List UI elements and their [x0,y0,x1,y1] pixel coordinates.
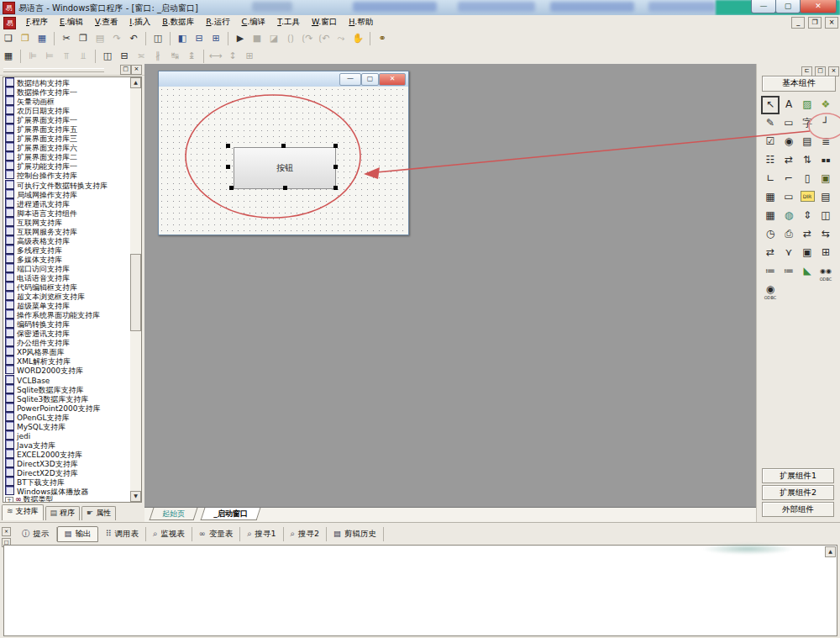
component-date-panel-icon[interactable]: ▦ [761,188,780,207]
component-document-box-icon[interactable]: ▤ [816,188,835,207]
data-types-item[interactable]: +∞数据类型 [3,495,132,503]
library-item[interactable]: PowerPoint2000支持库 [3,403,132,412]
component-dir-box-icon[interactable]: DIR [798,188,816,207]
component-internet-box-icon[interactable]: ◍ [780,207,798,225]
library-item[interactable]: MySQL支持库 [3,421,132,430]
library-item[interactable]: 控制台操作支持库 [3,170,132,179]
library-item[interactable]: 多线程支持库 [3,245,132,254]
undo-button[interactable]: ↶ [125,31,142,45]
library-scrollbar[interactable]: ▲ ▼ [130,76,142,503]
form-maximize-button[interactable]: ▢ [361,73,379,86]
preview-button[interactable]: ◫ [150,31,166,45]
component-shape-icon[interactable]: ❖ [816,96,835,114]
selection-handle[interactable] [226,144,230,148]
scroll-down-icon[interactable]: ▼ [130,491,141,502]
library-item[interactable]: 扩展功能支持库一 [3,161,132,170]
tab-properties[interactable]: ☛属性 [81,506,116,520]
component-data-transfer-icon[interactable]: ⇄ [761,244,780,262]
library-item[interactable]: WORD2000支持库 [3,365,132,374]
mdi-restore-button[interactable]: ❐ [808,17,822,29]
mdi-close-button[interactable]: × [825,17,838,29]
component-v-scrollbar-icon[interactable]: ⇅ [798,151,816,170]
expand-plus-icon[interactable]: + [5,497,13,503]
selection-handle[interactable] [229,186,234,190]
component-odbc-query-icon[interactable]: ◉ODBC [761,281,780,299]
tab-search-2[interactable]: ⌕搜寻2 [284,527,327,541]
library-item[interactable]: 超文本浏览框支持库 [3,291,132,300]
menu-item-W[interactable]: W.窗口 [309,15,339,29]
component-clock-icon[interactable]: ◷ [761,225,780,244]
menu-item-I[interactable]: I.插入 [127,15,153,29]
mdi-minimize-button[interactable]: _ [791,17,805,29]
tab-clip-history[interactable]: ▤剪辑历史 [327,527,384,541]
library-item[interactable]: BT下载支持库 [3,477,132,486]
library-item[interactable]: OPenGL支持库 [3,412,132,421]
library-item[interactable]: 局域网操作支持库 [3,189,132,198]
component-chart-box-icon[interactable]: ◣ [798,262,816,281]
component-label-icon[interactable]: A [780,96,798,114]
open-file-button[interactable]: ❐ [17,31,34,45]
component-printer-icon[interactable]: ⎙ [780,225,798,244]
find-binoculars-button[interactable]: ⚭ [374,31,391,45]
tab-search-1[interactable]: ⌕搜寻1 [240,527,283,541]
library-item[interactable]: 互联网支持库 [3,217,132,226]
library-item[interactable]: jedi [3,430,132,440]
component-button-icon[interactable]: ┘ [816,114,835,133]
tab-program[interactable]: ▤程序 [45,506,81,520]
library-item[interactable]: XP风格界面库 [3,346,132,356]
new-file-button[interactable]: ❏ [0,31,17,45]
library-item[interactable]: VCLBase [3,375,132,384]
center-vertical-button[interactable]: ⊟ [116,49,133,63]
panel-close-button[interactable]: × [131,65,142,75]
scroll-thumb[interactable] [130,254,141,331]
menu-item-C[interactable]: C.编译 [239,15,269,29]
library-item[interactable]: XML解析支持库 [3,356,132,365]
run-button[interactable]: ▶ [232,31,249,45]
component-rounded-button-icon[interactable]: ▭ [780,188,798,207]
minimize-button[interactable]: — [751,0,776,13]
library-item[interactable]: 互联网服务支持库 [3,226,132,235]
cut-button[interactable]: ✂ [58,31,75,45]
library-item[interactable]: 可执行文件数据转换支持库 [3,180,132,189]
component-rich-edit-icon[interactable]: ✎ [761,114,780,133]
save-file-button[interactable]: ▦ [34,31,50,45]
library-item[interactable]: DirectX3D支持库 [3,458,132,467]
close-button[interactable]: ✕ [800,0,837,13]
library-item[interactable]: 数据结构支持库 [3,77,132,87]
library-item[interactable]: Sqlite3数据库支持库 [3,393,132,403]
menu-item-T[interactable]: T.工具 [275,15,302,29]
basic-components-header[interactable]: 基本组件 [762,76,836,92]
component-radio-button-icon[interactable]: ◉ [780,133,798,151]
maximize-button[interactable]: ▢ [775,0,801,13]
library-item[interactable]: Java支持库 [3,440,132,449]
component-report-grid-icon[interactable]: ▦ [761,207,780,225]
component-checkbox-icon[interactable]: ☑ [761,133,780,151]
library-item[interactable]: 保密通讯支持库 [3,328,132,337]
library-item[interactable]: 高级表格支持库 [3,235,132,245]
component-date-time-picker-icon[interactable]: ◫ [816,207,835,225]
library-item[interactable]: 扩展界面支持库一 [3,114,132,124]
library-item[interactable]: 进程通讯支持库 [3,198,132,208]
menu-item-H[interactable]: H.帮助 [346,15,375,29]
component-odbc-db-icon[interactable]: ◉◉ODBC [816,262,835,281]
extended-components-2-button[interactable]: 扩展组件2 [762,485,834,500]
component-data-filter-icon[interactable]: ⋎ [780,244,798,262]
tab-output[interactable]: ▤输出 [57,526,99,542]
output-scroll-up-icon[interactable]: ▲ [825,546,836,557]
library-item[interactable]: 超级菜单支持库 [3,300,132,309]
form-close-button[interactable]: ✕ [379,73,406,86]
library-item[interactable]: 端口访问支持库 [3,263,132,272]
component-list-box-icon[interactable]: ≣ [816,133,835,151]
panel-restore-button[interactable]: □ [120,65,131,75]
tab-call-table[interactable]: ⠿调用表 [98,527,145,541]
library-item[interactable]: DirectX2D支持库 [3,467,132,477]
selection-handle[interactable] [333,144,338,148]
library-item[interactable]: 代码编辑框支持库 [3,282,132,291]
output-close-button[interactable]: × [2,527,11,536]
library-item[interactable]: Sqlite数据库支持库 [3,384,132,393]
component-edit-box-icon[interactable]: ▭ [780,114,798,133]
component-window-list-icon[interactable]: ⊞ [816,244,835,262]
component-progress-bar-icon[interactable]: ▪▪ [816,151,835,170]
form-design-surface[interactable]: 按钮 [159,87,408,234]
component-tab-control-icon[interactable]: ▯ [798,170,816,188]
